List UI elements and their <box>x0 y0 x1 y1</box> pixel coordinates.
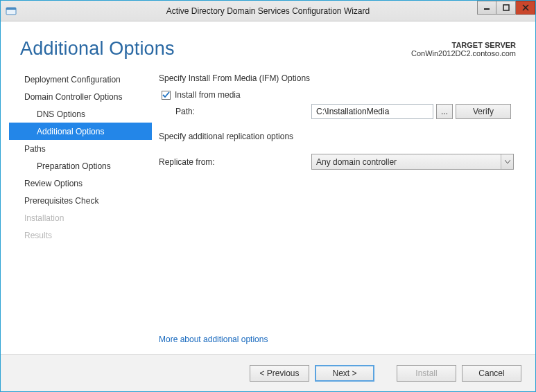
minimize-button[interactable] <box>477 1 496 15</box>
nav-item-preparation-options[interactable]: Preparation Options <box>9 157 152 175</box>
replication-heading: Specify additional replication options <box>159 132 517 141</box>
nav-item-results: Results <box>9 226 152 244</box>
title-bar: Active Directory Domain Services Configu… <box>1 1 535 21</box>
nav-item-deployment-configuration[interactable]: Deployment Configuration <box>9 71 152 88</box>
cancel-button[interactable]: Cancel <box>462 365 521 382</box>
app-icon <box>2 2 20 20</box>
nav-item-review-options[interactable]: Review Options <box>9 175 152 192</box>
install-from-media-row: Install from media <box>162 90 517 100</box>
footer-buttons: < Previous Next > Install Cancel <box>1 354 535 391</box>
path-label: Path: <box>175 107 311 116</box>
window-title: Active Directory Domain Services Configu… <box>1 6 535 16</box>
target-server-value: ConWin2012DC2.contoso.com <box>411 49 516 57</box>
browse-button[interactable]: ... <box>436 104 453 119</box>
target-server-box: TARGET SERVER ConWin2012DC2.contoso.com <box>411 41 516 60</box>
maximize-button[interactable] <box>496 1 516 15</box>
wizard-window: Active Directory Domain Services Configu… <box>0 0 536 392</box>
nav-item-domain-controller-options[interactable]: Domain Controller Options <box>9 88 152 105</box>
install-from-media-checkbox[interactable] <box>162 91 171 100</box>
chevron-down-icon <box>501 154 513 169</box>
wizard-nav: Deployment ConfigurationDomain Controlle… <box>9 66 152 354</box>
replicate-row: Replicate from: Any domain controller <box>159 154 517 170</box>
more-about-link[interactable]: More about additional options <box>159 335 268 344</box>
svg-rect-1 <box>6 8 16 10</box>
install-from-media-label: Install from media <box>175 90 241 100</box>
content-area: Additional Options TARGET SERVER ConWin2… <box>1 21 535 391</box>
nav-item-installation: Installation <box>9 209 152 226</box>
page-title: Additional Options <box>20 38 175 60</box>
nav-item-additional-options[interactable]: Additional Options <box>9 123 152 140</box>
replicate-label: Replicate from: <box>159 157 311 167</box>
path-row: Path: ... Verify <box>175 104 517 119</box>
replicate-from-combobox[interactable]: Any domain controller <box>311 154 514 170</box>
main-panel: Specify Install From Media (IFM) Options… <box>152 66 527 354</box>
svg-rect-3 <box>503 5 509 10</box>
nav-item-paths[interactable]: Paths <box>9 140 152 157</box>
nav-item-prerequisites-check[interactable]: Prerequisites Check <box>9 192 152 209</box>
svg-rect-2 <box>484 8 490 10</box>
nav-item-dns-options[interactable]: DNS Options <box>9 105 152 123</box>
body-row: Deployment ConfigurationDomain Controlle… <box>1 62 535 354</box>
verify-button[interactable]: Verify <box>456 104 511 119</box>
ifm-heading: Specify Install From Media (IFM) Options <box>159 73 517 83</box>
window-controls <box>477 1 535 15</box>
header-row: Additional Options TARGET SERVER ConWin2… <box>1 21 535 62</box>
path-input[interactable] <box>311 104 433 119</box>
target-server-label: TARGET SERVER <box>411 41 516 49</box>
close-button[interactable] <box>516 1 535 15</box>
install-button[interactable]: Install <box>397 365 456 382</box>
next-button[interactable]: Next > <box>315 365 374 382</box>
replicate-from-value: Any domain controller <box>312 157 501 167</box>
previous-button[interactable]: < Previous <box>250 365 309 382</box>
